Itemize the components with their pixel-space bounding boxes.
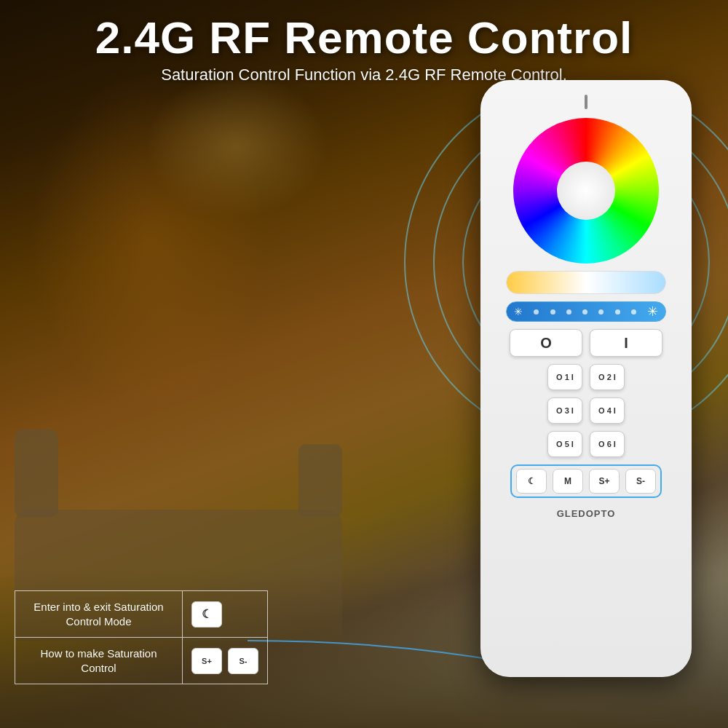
enter-exit-buttons: ☾: [183, 594, 231, 635]
all-on-button[interactable]: O: [510, 329, 582, 357]
ir-indicator: [585, 95, 587, 109]
power-row: O I: [506, 329, 666, 357]
bright-dot: [598, 309, 604, 314]
color-wheel-center: [557, 162, 615, 220]
color-wheel-container: [513, 118, 659, 264]
zone1-on-button[interactable]: O 1 I: [547, 364, 582, 390]
saturation-plus-button[interactable]: S+: [589, 469, 620, 494]
remote-body: ✳ ✳ O I O 1 I O 2 I O 3 I O 4 I O 5 I: [480, 80, 692, 677]
bright-dot: [582, 309, 587, 314]
how-to-label: How to make Saturation Control: [15, 638, 183, 684]
how-to-buttons: S+ S-: [183, 641, 267, 681]
bright-dot: [631, 309, 636, 314]
all-off-button[interactable]: I: [590, 329, 662, 357]
info-boxes: Enter into & exit Saturation Control Mod…: [15, 590, 268, 684]
bright-dot: [566, 309, 571, 314]
saturation-plus-info-button[interactable]: S+: [191, 648, 222, 674]
zone4-on-button[interactable]: O 4 I: [590, 397, 625, 424]
main-title: 2.4G RF Remote Control: [0, 13, 728, 63]
bottom-function-row: ☾ M S+ S-: [510, 464, 662, 498]
enter-exit-label: Enter into & exit Saturation Control Mod…: [15, 591, 183, 637]
brightness-slider[interactable]: ✳ ✳: [506, 301, 666, 322]
brand-logo: GLEDOPTO: [557, 508, 616, 519]
bright-dot: [615, 309, 620, 314]
zone2-on-button[interactable]: O 2 I: [590, 364, 625, 390]
bright-dot: [534, 309, 539, 314]
zone-row-1: O 1 I O 2 I: [506, 364, 666, 390]
saturation-minus-button[interactable]: S-: [625, 469, 656, 494]
zone-row-2: O 3 I O 4 I: [506, 397, 666, 424]
temperature-slider[interactable]: [506, 271, 666, 294]
remote-control: ✳ ✳ O I O 1 I O 2 I O 3 I O 4 I O 5 I: [480, 80, 692, 677]
zone5-on-button[interactable]: O 5 I: [547, 431, 582, 457]
info-box-enter-exit: Enter into & exit Saturation Control Mod…: [15, 590, 268, 637]
mode-button[interactable]: M: [553, 469, 583, 494]
saturation-minus-info-button[interactable]: S-: [228, 648, 258, 674]
bright-dot: [550, 309, 555, 314]
moon-mode-button[interactable]: ☾: [516, 469, 547, 494]
zone6-on-button[interactable]: O 6 I: [590, 431, 625, 457]
brightness-min-icon: ✳: [514, 306, 523, 317]
info-box-how-to: How to make Saturation Control S+ S-: [15, 637, 268, 684]
enter-exit-moon-button[interactable]: ☾: [191, 601, 222, 628]
zone-row-3: O 5 I O 6 I: [506, 431, 666, 457]
color-wheel[interactable]: [513, 118, 659, 264]
brightness-max-icon: ✳: [647, 304, 658, 320]
header-section: 2.4G RF Remote Control Saturation Contro…: [0, 13, 728, 84]
zone3-on-button[interactable]: O 3 I: [547, 397, 582, 424]
